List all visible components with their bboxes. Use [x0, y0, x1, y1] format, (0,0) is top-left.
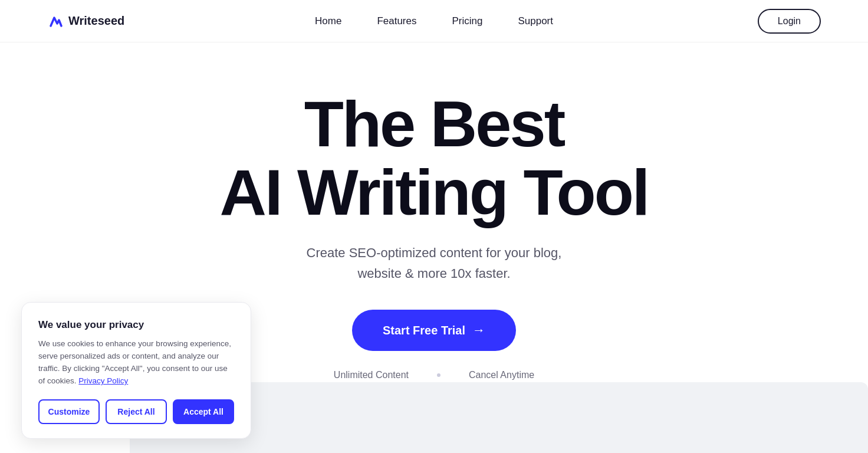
nav-home[interactable]: Home [315, 15, 341, 27]
accept-all-button[interactable]: Accept All [173, 399, 234, 424]
nav-pricing[interactable]: Pricing [452, 15, 482, 27]
start-free-trial-button[interactable]: Start Free Trial → [352, 310, 516, 351]
nav-links: Home Features Pricing Support [315, 15, 553, 27]
cookie-body: We use cookies to enhance your browsing … [38, 338, 234, 388]
cookie-body-text: We use cookies to enhance your browsing … [38, 339, 231, 385]
cta-label: Start Free Trial [383, 324, 465, 337]
logo-text: Writeseed [68, 14, 124, 28]
cookie-title: We value your privacy [38, 319, 234, 331]
nav-support[interactable]: Support [518, 15, 553, 27]
customize-button[interactable]: Customize [38, 399, 100, 424]
feature-unlimited: Unlimited Content [334, 370, 409, 380]
privacy-policy-link[interactable]: Privacy Policy [78, 376, 128, 385]
hero-features: Unlimited Content Cancel Anytime [334, 370, 534, 380]
nav-features[interactable]: Features [377, 15, 416, 27]
cookie-buttons: Customize Reject All Accept All [38, 399, 234, 424]
cta-arrow-icon: → [472, 323, 485, 338]
reject-all-button[interactable]: Reject All [106, 399, 167, 424]
hero-title-line2: AI Writing Tool [220, 156, 649, 228]
logo-link[interactable]: Writeseed [47, 13, 124, 29]
login-button[interactable]: Login [758, 9, 821, 34]
cookie-banner: We value your privacy We use cookies to … [21, 302, 251, 439]
navbar: Writeseed Home Features Pricing Support … [0, 0, 868, 42]
feature-divider [437, 373, 440, 377]
hero-title-line1: The Best [304, 87, 564, 160]
writeseed-logo-icon [47, 13, 64, 29]
hero-subtitle: Create SEO-optimized content for your bl… [307, 242, 562, 284]
feature-cancel: Cancel Anytime [469, 370, 534, 380]
hero-subtitle-line2: website & more 10x faster. [357, 266, 510, 281]
hero-subtitle-line1: Create SEO-optimized content for your bl… [307, 245, 562, 260]
hero-title: The Best AI Writing Tool [220, 90, 649, 226]
